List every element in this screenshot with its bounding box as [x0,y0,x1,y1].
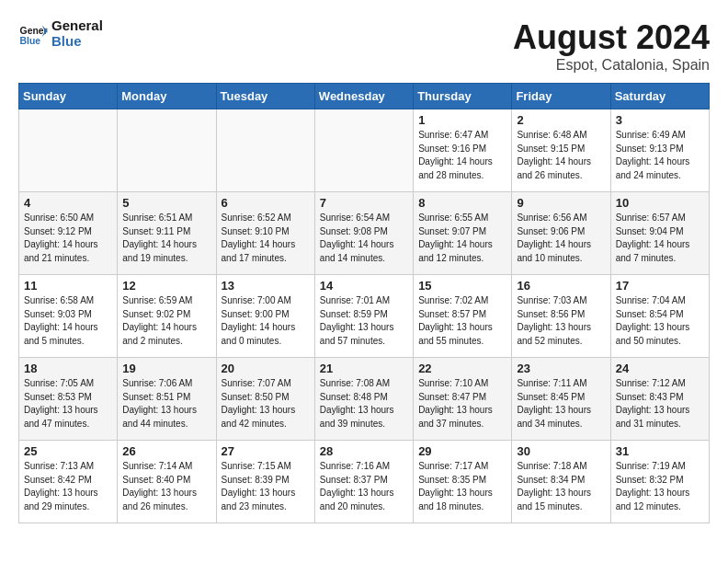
calendar-cell [118,109,216,192]
day-number: 10 [616,196,704,210]
logo-blue: Blue [51,33,82,49]
day-info: Sunrise: 7:06 AMSunset: 8:51 PMDaylight:… [122,377,210,431]
day-number: 29 [418,444,506,458]
day-info: Sunrise: 6:57 AMSunset: 9:04 PMDaylight:… [616,212,704,265]
title-block: August 2024 Espot, Catalonia, Spain [513,18,710,74]
month-title: August 2024 [513,18,710,57]
day-number: 2 [517,113,605,127]
calendar-cell: 1 Sunrise: 6:47 AMSunset: 9:16 PMDayligh… [414,109,512,192]
day-info: Sunrise: 6:58 AMSunset: 9:03 PMDaylight:… [24,294,112,348]
calendar-cell: 22 Sunrise: 7:10 AMSunset: 8:47 PMDaylig… [414,358,512,441]
day-info: Sunrise: 7:16 AMSunset: 8:37 PMDaylight:… [320,460,408,513]
day-info: Sunrise: 7:08 AMSunset: 8:48 PMDaylight:… [320,377,408,431]
calendar-week-5: 25 Sunrise: 7:13 AMSunset: 8:42 PMDaylig… [19,441,710,523]
day-number: 9 [517,196,605,210]
day-number: 30 [517,444,605,458]
day-number: 15 [418,279,506,293]
day-number: 1 [418,113,506,127]
day-number: 17 [616,279,704,293]
day-number: 14 [320,279,408,293]
col-header-saturday: Saturday [610,84,709,109]
day-info: Sunrise: 7:10 AMSunset: 8:47 PMDaylight:… [418,377,506,431]
calendar-week-1: 1 Sunrise: 6:47 AMSunset: 9:16 PMDayligh… [19,109,710,192]
calendar-cell: 2 Sunrise: 6:48 AMSunset: 9:15 PMDayligh… [512,109,610,192]
day-info: Sunrise: 7:14 AMSunset: 8:40 PMDaylight:… [122,460,210,513]
calendar-cell: 27 Sunrise: 7:15 AMSunset: 8:39 PMDaylig… [216,441,314,523]
day-info: Sunrise: 7:07 AMSunset: 8:50 PMDaylight:… [222,377,310,431]
logo-general: General [51,17,103,33]
calendar-cell: 9 Sunrise: 6:56 AMSunset: 9:06 PMDayligh… [512,192,610,275]
calendar-cell: 3 Sunrise: 6:49 AMSunset: 9:13 PMDayligh… [610,109,709,192]
day-info: Sunrise: 7:19 AMSunset: 8:32 PMDaylight:… [616,460,704,513]
calendar-cell: 25 Sunrise: 7:13 AMSunset: 8:42 PMDaylig… [19,441,118,523]
calendar-cell: 28 Sunrise: 7:16 AMSunset: 8:37 PMDaylig… [314,441,413,523]
col-header-monday: Monday [118,84,216,109]
day-number: 6 [222,196,310,210]
col-header-friday: Friday [512,84,610,109]
day-info: Sunrise: 6:55 AMSunset: 9:07 PMDaylight:… [418,212,506,265]
day-number: 18 [24,362,112,375]
day-number: 19 [122,362,210,375]
day-info: Sunrise: 7:13 AMSunset: 8:42 PMDaylight:… [24,460,112,513]
day-number: 21 [320,362,408,375]
day-info: Sunrise: 6:51 AMSunset: 9:11 PMDaylight:… [122,212,210,265]
calendar-week-3: 11 Sunrise: 6:58 AMSunset: 9:03 PMDaylig… [19,275,710,358]
day-number: 23 [517,362,605,375]
day-info: Sunrise: 7:02 AMSunset: 8:57 PMDaylight:… [418,294,506,348]
calendar-cell: 5 Sunrise: 6:51 AMSunset: 9:11 PMDayligh… [118,192,216,275]
location-subtitle: Espot, Catalonia, Spain [513,57,710,74]
calendar-cell: 15 Sunrise: 7:02 AMSunset: 8:57 PMDaylig… [414,275,512,358]
day-number: 8 [418,196,506,210]
calendar-cell: 24 Sunrise: 7:12 AMSunset: 8:43 PMDaylig… [610,358,709,441]
day-number: 5 [122,196,210,210]
day-info: Sunrise: 7:12 AMSunset: 8:43 PMDaylight:… [616,377,704,431]
logo: General Blue General Blue [18,18,103,49]
calendar-cell: 8 Sunrise: 6:55 AMSunset: 9:07 PMDayligh… [414,192,512,275]
svg-text:Blue: Blue [20,36,41,46]
calendar-cell: 21 Sunrise: 7:08 AMSunset: 8:48 PMDaylig… [314,358,413,441]
day-info: Sunrise: 6:56 AMSunset: 9:06 PMDaylight:… [517,212,605,265]
calendar-cell [19,109,118,192]
calendar-cell: 26 Sunrise: 7:14 AMSunset: 8:40 PMDaylig… [118,441,216,523]
day-info: Sunrise: 7:18 AMSunset: 8:34 PMDaylight:… [517,460,605,513]
calendar-cell [216,109,314,192]
day-number: 20 [222,362,310,375]
calendar-cell: 14 Sunrise: 7:01 AMSunset: 8:59 PMDaylig… [314,275,413,358]
calendar-cell: 10 Sunrise: 6:57 AMSunset: 9:04 PMDaylig… [610,192,709,275]
day-info: Sunrise: 6:48 AMSunset: 9:15 PMDaylight:… [517,129,605,182]
calendar-cell: 20 Sunrise: 7:07 AMSunset: 8:50 PMDaylig… [216,358,314,441]
calendar-cell: 19 Sunrise: 7:06 AMSunset: 8:51 PMDaylig… [118,358,216,441]
day-number: 24 [616,362,704,375]
calendar-week-4: 18 Sunrise: 7:05 AMSunset: 8:53 PMDaylig… [19,358,710,441]
calendar-cell: 17 Sunrise: 7:04 AMSunset: 8:54 PMDaylig… [610,275,709,358]
col-header-wednesday: Wednesday [314,84,413,109]
day-info: Sunrise: 7:00 AMSunset: 9:00 PMDaylight:… [222,294,310,348]
page-header: General Blue General Blue August 2024 Es… [18,18,710,74]
calendar-cell: 18 Sunrise: 7:05 AMSunset: 8:53 PMDaylig… [19,358,118,441]
calendar-table: SundayMondayTuesdayWednesdayThursdayFrid… [18,83,710,523]
day-info: Sunrise: 7:17 AMSunset: 8:35 PMDaylight:… [418,460,506,513]
day-info: Sunrise: 7:15 AMSunset: 8:39 PMDaylight:… [222,460,310,513]
day-number: 3 [616,113,704,127]
day-info: Sunrise: 7:01 AMSunset: 8:59 PMDaylight:… [320,294,408,348]
day-info: Sunrise: 7:05 AMSunset: 8:53 PMDaylight:… [24,377,112,431]
calendar-cell: 11 Sunrise: 6:58 AMSunset: 9:03 PMDaylig… [19,275,118,358]
day-number: 27 [222,444,310,458]
day-number: 26 [122,444,210,458]
calendar-cell: 23 Sunrise: 7:11 AMSunset: 8:45 PMDaylig… [512,358,610,441]
day-info: Sunrise: 6:47 AMSunset: 9:16 PMDaylight:… [418,129,506,182]
calendar-cell: 16 Sunrise: 7:03 AMSunset: 8:56 PMDaylig… [512,275,610,358]
calendar-cell: 12 Sunrise: 6:59 AMSunset: 9:02 PMDaylig… [118,275,216,358]
logo-icon: General Blue [18,19,48,49]
calendar-cell: 31 Sunrise: 7:19 AMSunset: 8:32 PMDaylig… [610,441,709,523]
day-number: 28 [320,444,408,458]
day-number: 16 [517,279,605,293]
calendar-cell: 4 Sunrise: 6:50 AMSunset: 9:12 PMDayligh… [19,192,118,275]
day-number: 11 [24,279,112,293]
day-info: Sunrise: 7:11 AMSunset: 8:45 PMDaylight:… [517,377,605,431]
day-info: Sunrise: 7:04 AMSunset: 8:54 PMDaylight:… [616,294,704,348]
day-info: Sunrise: 6:59 AMSunset: 9:02 PMDaylight:… [122,294,210,348]
day-info: Sunrise: 7:03 AMSunset: 8:56 PMDaylight:… [517,294,605,348]
day-number: 31 [616,444,704,458]
calendar-cell [314,109,413,192]
